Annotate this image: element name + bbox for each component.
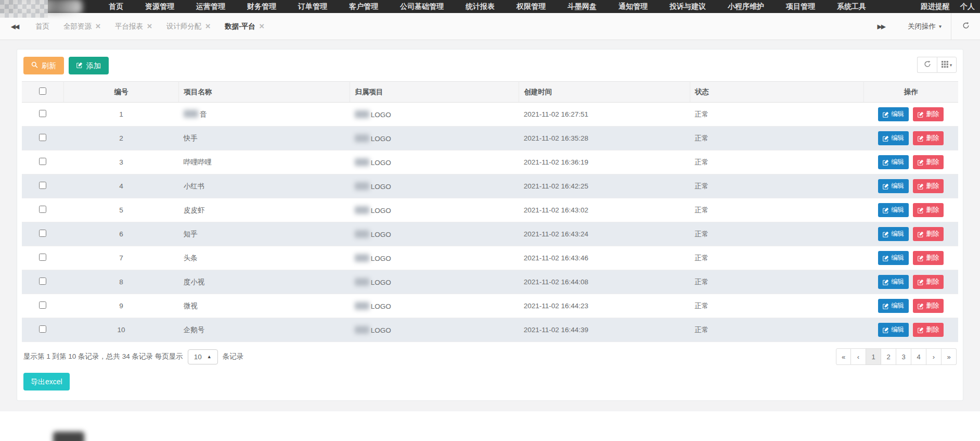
caret-down-icon: ▾ xyxy=(939,23,942,29)
delete-button[interactable]: 删除 xyxy=(913,299,944,313)
cell-project: LOGO xyxy=(350,174,519,198)
row-checkbox[interactable] xyxy=(39,206,46,213)
nav-item[interactable]: 系统工具 xyxy=(826,0,877,13)
tabs-scroll-right-icon[interactable]: ▶▶ xyxy=(864,23,898,30)
cell-status: 正常 xyxy=(690,222,864,246)
tab-全部资源[interactable]: 全部资源✕ xyxy=(63,22,101,31)
columns-dropdown-button[interactable]: ▾ xyxy=(937,57,957,73)
row-checkbox[interactable] xyxy=(39,158,46,165)
nav-item[interactable]: 跟进提醒 xyxy=(915,0,955,13)
nav-items: 首页资源管理运营管理财务管理订单管理客户管理公司基础管理统计报表权限管理斗墨网盘… xyxy=(98,0,877,13)
cell-actions: 编辑删除 xyxy=(863,318,958,342)
nav-item[interactable]: 小程序维护 xyxy=(717,0,775,13)
row-checkbox-cell xyxy=(22,246,63,270)
cell-created: 2021-11-02 16:35:28 xyxy=(519,127,690,150)
page-button-2[interactable]: 2 xyxy=(881,348,896,365)
close-operations-dropdown[interactable]: 关闭操作 ▾ xyxy=(898,13,951,40)
row-checkbox[interactable] xyxy=(39,301,46,309)
row-checkbox[interactable] xyxy=(39,134,46,141)
cell-status: 正常 xyxy=(690,318,864,342)
row-checkbox[interactable] xyxy=(39,254,46,261)
edit-button[interactable]: 编辑 xyxy=(878,131,909,145)
nav-item[interactable]: 个人 xyxy=(955,0,980,13)
delete-button[interactable]: 删除 xyxy=(913,227,944,241)
page-button-1[interactable]: 1 xyxy=(866,348,881,365)
tab-平台报表[interactable]: 平台报表✕ xyxy=(115,22,152,31)
nav-item[interactable]: 首页 xyxy=(98,0,134,13)
close-icon[interactable]: ✕ xyxy=(95,22,101,30)
nav-item[interactable]: 公司基础管理 xyxy=(389,0,455,13)
tab-首页[interactable]: 首页 xyxy=(35,22,49,31)
delete-button[interactable]: 删除 xyxy=(913,203,944,217)
cell-actions: 编辑删除 xyxy=(863,294,958,318)
cell-project: LOGO xyxy=(350,246,519,270)
edit-button[interactable]: 编辑 xyxy=(878,299,909,313)
nav-item[interactable]: 运营管理 xyxy=(185,0,236,13)
tab-数据-平台[interactable]: 数据-平台✕ xyxy=(225,22,264,31)
tabs-scroll-left-icon[interactable]: ◀◀ xyxy=(0,23,29,30)
delete-button[interactable]: 删除 xyxy=(913,131,944,145)
nav-item[interactable]: 客户管理 xyxy=(338,0,389,13)
row-checkbox[interactable] xyxy=(39,230,46,237)
edit-button[interactable]: 编辑 xyxy=(878,251,909,265)
nav-item[interactable]: 资源管理 xyxy=(134,0,185,13)
row-checkbox[interactable] xyxy=(39,182,46,189)
page-button-3[interactable]: 3 xyxy=(896,348,911,365)
table-row: 7头条LOGO2021-11-02 16:43:46正常编辑删除 xyxy=(22,246,958,270)
row-checkbox[interactable] xyxy=(39,278,46,285)
page-prev-button[interactable]: ‹ xyxy=(851,348,866,365)
delete-button[interactable]: 删除 xyxy=(913,179,944,193)
page-button-4[interactable]: 4 xyxy=(911,348,926,365)
tab-label: 平台报表 xyxy=(115,22,143,31)
edit-icon xyxy=(918,183,924,190)
refresh-button[interactable]: 刷新 xyxy=(23,57,64,74)
cell-actions: 编辑删除 xyxy=(863,246,958,270)
nav-item[interactable]: 订单管理 xyxy=(287,0,338,13)
cell-name: 微视 xyxy=(179,294,350,318)
cell-name: 哔哩哔哩 xyxy=(179,150,350,174)
nav-item[interactable]: 项目管理 xyxy=(775,0,826,13)
nav-item[interactable]: 统计报表 xyxy=(455,0,506,13)
row-checkbox[interactable] xyxy=(39,325,46,333)
table-refresh-button[interactable] xyxy=(917,57,937,73)
close-icon[interactable]: ✕ xyxy=(205,22,211,30)
tab-refresh-button[interactable] xyxy=(951,13,980,40)
nav-item[interactable]: 权限管理 xyxy=(506,0,557,13)
close-icon[interactable]: ✕ xyxy=(259,22,265,30)
cell-id: 5 xyxy=(63,198,179,222)
page-last-button[interactable]: » xyxy=(942,348,957,365)
tab-设计师分配[interactable]: 设计师分配✕ xyxy=(166,22,211,31)
edit-button[interactable]: 编辑 xyxy=(878,227,909,241)
cell-created: 2021-11-02 16:36:19 xyxy=(519,150,690,174)
nav-item[interactable]: 投诉与建议 xyxy=(659,0,717,13)
close-operations-label: 关闭操作 xyxy=(908,22,936,31)
nav-item[interactable]: 财务管理 xyxy=(236,0,287,13)
delete-button[interactable]: 删除 xyxy=(913,275,944,289)
edit-button[interactable]: 编辑 xyxy=(878,323,909,337)
edit-button[interactable]: 编辑 xyxy=(878,107,909,121)
nav-item[interactable]: 通知管理 xyxy=(608,0,659,13)
edit-button[interactable]: 编辑 xyxy=(878,203,909,217)
page-size-select[interactable]: 10 ▲ xyxy=(188,349,218,364)
nav-item[interactable]: 斗墨网盘 xyxy=(557,0,608,13)
cell-name: 度小视 xyxy=(179,270,350,294)
export-excel-button[interactable]: 导出excel xyxy=(23,373,70,390)
delete-button[interactable]: 删除 xyxy=(913,251,944,265)
close-icon[interactable]: ✕ xyxy=(147,22,152,30)
mosaic-blur xyxy=(0,0,48,18)
refresh-button-label: 刷新 xyxy=(42,61,56,70)
page-next-button[interactable]: › xyxy=(926,348,942,365)
row-checkbox[interactable] xyxy=(39,110,46,117)
cell-id: 8 xyxy=(63,270,179,294)
edit-button[interactable]: 编辑 xyxy=(878,155,909,169)
delete-button[interactable]: 删除 xyxy=(913,155,944,169)
edit-button[interactable]: 编辑 xyxy=(878,179,909,193)
delete-button[interactable]: 删除 xyxy=(913,323,944,337)
masked-text xyxy=(355,278,369,286)
add-button[interactable]: 添加 xyxy=(69,57,109,74)
cell-project: LOGO xyxy=(350,222,519,246)
delete-button[interactable]: 删除 xyxy=(913,107,944,121)
select-all-checkbox[interactable] xyxy=(39,87,46,95)
page-first-button[interactable]: « xyxy=(836,348,851,365)
edit-button[interactable]: 编辑 xyxy=(878,275,909,289)
